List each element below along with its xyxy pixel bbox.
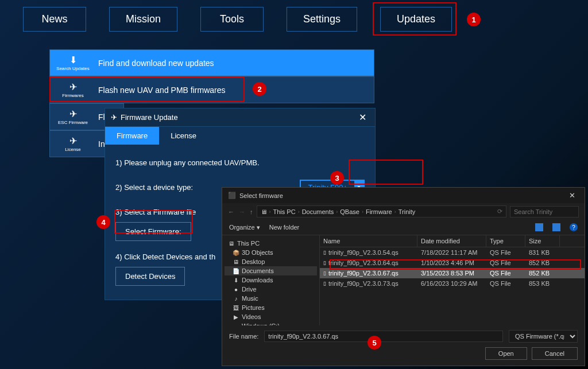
- nav-tools[interactable]: Tools: [200, 7, 264, 32]
- nav-mission[interactable]: Mission: [109, 7, 177, 32]
- download-icon: ⬇: [69, 55, 77, 65]
- file-list: Name Date modified Type Size ▯trinity_f9…: [320, 235, 585, 325]
- file-type: QS File: [486, 268, 525, 278]
- file-icon: ▯: [323, 281, 326, 286]
- refresh-icon[interactable]: ⟳: [497, 208, 502, 215]
- annotation-marker-2: 2: [253, 82, 266, 96]
- sideitem-caption: Search Updates: [56, 66, 89, 71]
- crumb-item[interactable]: QBase: [340, 208, 359, 215]
- tree-label: Pictures: [242, 304, 265, 311]
- nav-updates[interactable]: Updates: [380, 7, 452, 32]
- top-nav: News Mission Tools Settings Updates: [0, 0, 588, 38]
- nav-settings[interactable]: Settings: [287, 7, 357, 32]
- tab-license[interactable]: License: [159, 127, 208, 145]
- file-open-dialog: ⬛ Select firmware ✕ ← → ↑ 🖥 › This PC › …: [222, 187, 585, 366]
- breadcrumb[interactable]: 🖥 › This PC › Documents › QBase › Firmwa…: [257, 205, 507, 217]
- file-size: 831 KB: [525, 247, 560, 258]
- newfolder-button[interactable]: New folder: [269, 224, 300, 231]
- col-type[interactable]: Type: [486, 235, 525, 247]
- cancel-button[interactable]: Cancel: [532, 347, 578, 360]
- tree-label: Music: [242, 295, 258, 302]
- folder-icon: 📦: [233, 250, 239, 256]
- organize-menu[interactable]: Organize ▾: [229, 224, 260, 231]
- tree-item[interactable]: 🖴Windows (C:): [225, 321, 317, 325]
- file-icon: ▯: [323, 260, 326, 266]
- tree-label: Desktop: [242, 258, 265, 265]
- firmware-icon: ✈: [111, 113, 117, 122]
- file-name: trinity_f90p_V2.3.0.67.qs: [328, 270, 399, 277]
- file-name: trinity_f90p_V2.3.0.73.qs: [328, 280, 399, 287]
- crumb-item[interactable]: Trinity: [399, 208, 416, 215]
- tree-label: Drive: [242, 286, 257, 293]
- preview-pane-icon[interactable]: [552, 223, 560, 231]
- sideitem-label: Flash new UAV and PMB firmwares: [96, 86, 374, 95]
- tree-item[interactable]: 📄Documents: [225, 266, 317, 275]
- tree-label: 3D Objects: [242, 249, 273, 256]
- folder-tree: 🖥This PC📦3D Objects🖥Desktop📄Documents⬇Do…: [222, 235, 320, 325]
- nav-up-icon[interactable]: ↑: [250, 208, 253, 215]
- nav-forward-icon[interactable]: →: [239, 208, 245, 215]
- tree-label: This PC: [237, 240, 260, 247]
- open-button[interactable]: Open: [485, 347, 527, 360]
- select-firmware-button[interactable]: Select Firmware:: [115, 222, 191, 241]
- firmware-icon: ✈: [69, 108, 77, 119]
- file-dialog-titlebar: ⬛ Select firmware ✕: [222, 188, 585, 203]
- nav-news[interactable]: News: [23, 7, 86, 32]
- tree-label: Documents: [242, 267, 274, 274]
- close-button[interactable]: ✕: [566, 190, 579, 201]
- file-type: QS File: [486, 278, 525, 289]
- file-icon: ▯: [323, 270, 326, 276]
- sideitem-label: Find and download new updates: [96, 59, 374, 68]
- col-date[interactable]: Date modified: [417, 235, 486, 247]
- tree-item[interactable]: ⬇Downloads: [225, 275, 317, 285]
- file-icon: ▯: [323, 250, 326, 255]
- folder-icon: 🖥: [233, 259, 239, 265]
- sideitem-caption: Firmwares: [62, 93, 83, 98]
- annotation-marker-4: 4: [96, 215, 110, 229]
- file-name: trinity_f90p_V2.3.0.54.qs: [328, 249, 399, 256]
- folder-icon: ●: [233, 286, 239, 293]
- annotation-marker-1: 1: [467, 13, 481, 26]
- step1-text: 1) Please unplug any connected UAV/PMB.: [115, 158, 365, 167]
- folder-icon: ▶: [233, 314, 239, 320]
- file-date: 1/10/2023 4:46 PM: [417, 258, 486, 268]
- dialog-tabs: Firmware License: [105, 127, 375, 145]
- filename-input[interactable]: [264, 331, 503, 342]
- col-size[interactable]: Size: [525, 235, 560, 247]
- crumb-item[interactable]: This PC: [273, 208, 296, 215]
- file-row[interactable]: ▯trinity_f90p_V2.3.0.73.qs6/16/2023 10:2…: [320, 278, 585, 289]
- tree-item[interactable]: ♪Music: [225, 294, 317, 303]
- close-button[interactable]: ✕: [355, 112, 369, 123]
- crumb-item[interactable]: Documents: [302, 208, 334, 215]
- detect-devices-button[interactable]: Detect Devices: [115, 267, 185, 286]
- sideitem-firmwares[interactable]: ✈Firmwares Flash new UAV and PMB firmwar…: [49, 76, 374, 103]
- tree-item[interactable]: 🖥Desktop: [225, 257, 317, 266]
- view-mode-icon[interactable]: [535, 223, 543, 231]
- file-type: QS File: [486, 247, 525, 258]
- tree-item[interactable]: 📦3D Objects: [225, 248, 317, 257]
- search-input[interactable]: [510, 206, 579, 217]
- file-row[interactable]: ▯trinity_f90p_V2.3.0.67.qs3/15/2023 8:53…: [320, 268, 585, 278]
- tab-firmware[interactable]: Firmware: [105, 127, 159, 145]
- nav-back-icon[interactable]: ←: [228, 208, 234, 215]
- file-row[interactable]: ▯trinity_f90p_V2.3.0.54.qs7/18/2022 11:1…: [320, 247, 585, 258]
- filetype-filter[interactable]: QS Firmware (*.qs): [509, 330, 578, 343]
- crumb-item[interactable]: Firmware: [366, 208, 392, 215]
- folder-icon: 🖼: [233, 305, 239, 311]
- app-icon: ⬛: [228, 192, 236, 199]
- tree-item[interactable]: 🖥This PC: [225, 239, 317, 248]
- file-type: QS File: [486, 258, 525, 268]
- tree-item[interactable]: 🖼Pictures: [225, 303, 317, 312]
- help-icon[interactable]: ?: [570, 223, 578, 231]
- sideitem-caption: ESC Firmware: [58, 120, 88, 125]
- tree-item[interactable]: ●Drive: [225, 285, 317, 294]
- file-size: 852 KB: [525, 258, 560, 268]
- sideitem-search-updates[interactable]: ⬇Search Updates Find and download new up…: [49, 49, 374, 76]
- file-size: 852 KB: [525, 268, 560, 278]
- file-row[interactable]: ▯trinity_f90p_V2.3.0.64.qs1/10/2023 4:46…: [320, 258, 585, 268]
- firmware-icon: ✈: [69, 135, 77, 146]
- folder-icon: 📄: [233, 268, 239, 274]
- dialog-title: Firmware Update: [121, 113, 355, 122]
- col-name[interactable]: Name: [320, 235, 417, 247]
- tree-item[interactable]: ▶Videos: [225, 312, 317, 321]
